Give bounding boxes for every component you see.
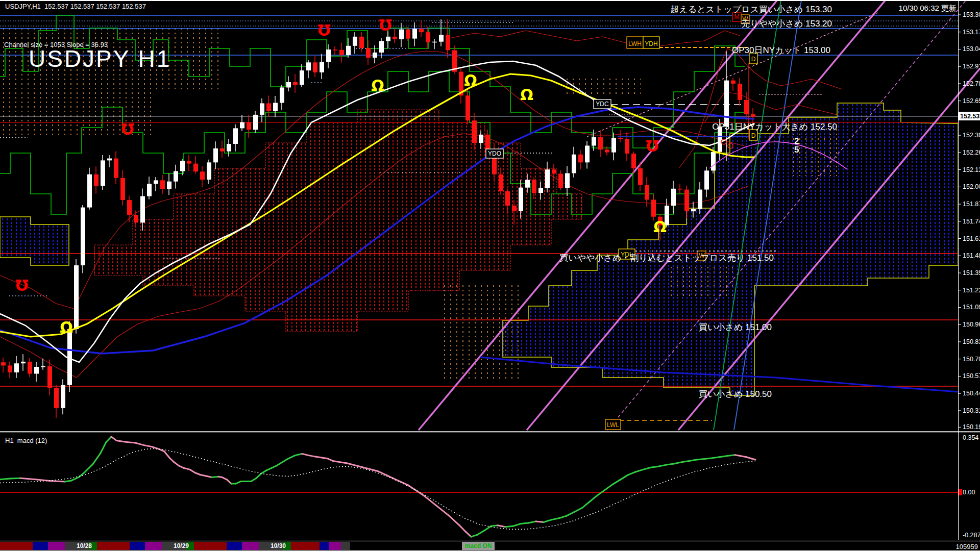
panel-separator [0, 431, 980, 432]
level-annotation[interactable]: 売りやや小さめ 153.20 [741, 19, 832, 29]
date-label-10-29: 10/29 [174, 542, 189, 549]
macd-panel: 0.3540.00-0.287 [0, 434, 980, 539]
session-segment [97, 542, 130, 550]
date-label-10-30: 10/30 [271, 542, 286, 549]
price-tick-label: 151.745 [963, 218, 980, 225]
price-tick-label: 151.875 [963, 201, 980, 208]
timeline-separator [0, 541, 980, 541]
macd-indicator-label: H1 macd (12) [5, 437, 47, 444]
window-top-border [0, 0, 980, 1]
price-tick-label: 151.225 [963, 287, 980, 294]
price-tick-label: 150.575 [963, 372, 980, 380]
level-annotation[interactable]: 買いやや小さめ・割り込むとストップロス売り 151.50 [559, 253, 774, 263]
svg-text:YDO: YDO [488, 150, 501, 157]
red-omega-marker-icon: Ω [317, 21, 331, 39]
yellow-omega-marker-icon: Ω [60, 318, 73, 336]
price-tick-label: 152.915 [963, 63, 980, 70]
current-price-value: 152.537 [960, 113, 980, 120]
session-segment [130, 542, 145, 550]
yellow-omega-marker-icon: Ω [464, 71, 477, 89]
trading-chart-window: ΩΩΩΩΩΩΩΩΩΩLWHYDHMWDDYDCYDOYDLWLWL25超えるとス… [0, 0, 980, 551]
price-tick-label: 152.005 [963, 183, 980, 190]
symbol-ohlc-readout: USDJPY,H1 152.537 152.537 152.537 152.53… [5, 3, 146, 10]
chart-canvas: ΩΩΩΩΩΩΩΩΩΩLWHYDHMWDDYDCYDOYDLWLWL25超えるとス… [0, 0, 980, 551]
date-label-10-28: 10/28 [77, 542, 92, 549]
price-tick-label: 150.965 [963, 321, 980, 328]
red-omega-marker-icon: Ω [121, 120, 134, 138]
price-tick-label: 150.835 [963, 338, 980, 345]
price-tick-label: 150.445 [963, 390, 980, 397]
panel-separator [0, 433, 980, 433]
session-segment [291, 542, 320, 550]
price-tick-label: 153.045 [963, 45, 980, 53]
session-segment [33, 542, 48, 550]
session-segment [341, 542, 350, 550]
level-annotation[interactable]: OP30日NYカット 153.00 [732, 45, 830, 55]
macd-toggle-button[interactable]: macd ON [462, 542, 495, 550]
price-tick-label: 151.615 [963, 235, 980, 242]
session-segment [145, 542, 162, 550]
session-segment [320, 542, 329, 550]
level-annotation[interactable]: OP31日NYカット大きめ 152.50 [712, 122, 837, 132]
side-digit: 5 [794, 145, 799, 155]
level-annotation[interactable]: 買い小さめ 150.50 [699, 389, 772, 399]
session-segment [242, 542, 259, 550]
price-tick-label: 152.265 [963, 149, 980, 156]
price-tick-label: 152.135 [963, 166, 980, 173]
level-annotation[interactable]: 超えるとストップロス買い小さめ 153.30 [670, 5, 832, 14]
yellow-omega-marker-icon: Ω [520, 86, 533, 104]
chart-watermark-title: USDJPY H1 [29, 45, 171, 72]
svg-text:D: D [751, 56, 756, 63]
yellow-omega-marker-icon: Ω [653, 218, 667, 236]
red-omega-marker-icon: Ω [15, 276, 29, 294]
tick-counter: 105959 [956, 543, 978, 550]
svg-text:LWL: LWL [607, 421, 619, 429]
svg-text:LWH: LWH [628, 40, 642, 47]
red-omega-marker-icon: Ω [379, 16, 392, 34]
price-tick-label: 151.355 [963, 269, 980, 277]
price-axis: 153.305153.175153.045152.915152.785152.6… [958, 11, 980, 431]
price-tick-label: 152.655 [963, 97, 980, 105]
macd-scale-label: 0.354 [963, 434, 978, 441]
svg-text:YDC: YDC [596, 101, 609, 108]
session-segment [48, 542, 65, 550]
session-segment [227, 542, 242, 550]
svg-text:M: M [734, 13, 740, 20]
session-segment [194, 542, 227, 550]
macd-scale-label: -0.287 [963, 532, 980, 539]
price-tick-label: 153.175 [963, 29, 980, 36]
last-update-timestamp: 10/30 06:32 更新 [899, 4, 957, 13]
session-segment [0, 542, 33, 550]
price-tick-label: 151.485 [963, 252, 980, 259]
svg-text:D: D [751, 132, 756, 139]
red-omega-marker-icon: Ω [646, 137, 659, 155]
price-tick-label: 151.095 [963, 304, 980, 311]
session-segment [329, 542, 341, 550]
price-tick-label: 150.190 [963, 423, 980, 431]
macd-scale-label: 0.00 [963, 489, 975, 496]
price-axis-border [958, 0, 959, 540]
price-tick-label: 153.305 [963, 11, 980, 18]
price-tick-label: 150.705 [963, 356, 980, 363]
level-annotation[interactable]: 買い小さめ 151.00 [699, 322, 772, 332]
price-tick-label: 152.785 [963, 80, 980, 87]
svg-text:YDH: YDH [645, 40, 657, 47]
price-tick-label: 150.315 [963, 407, 980, 414]
timeline-separator [0, 540, 980, 540]
price-tick-label: 152.395 [963, 132, 980, 139]
yellow-omega-marker-icon: Ω [371, 77, 384, 94]
